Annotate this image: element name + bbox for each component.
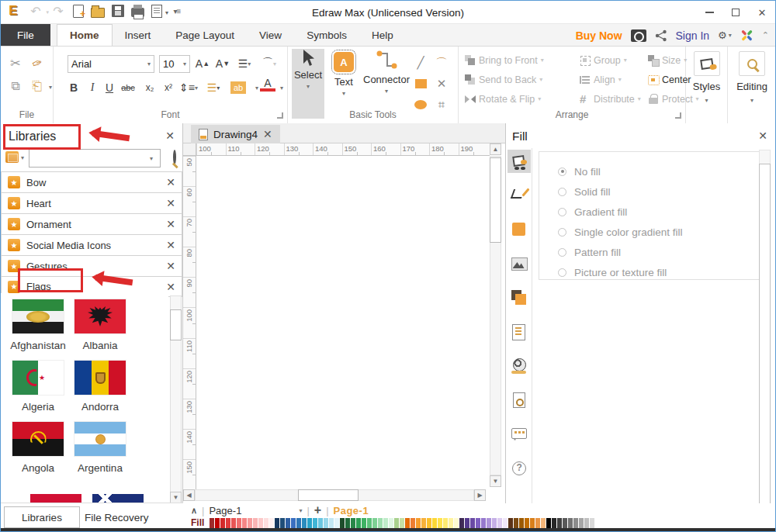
bullet-list-icon[interactable]: ☰▾ (206, 79, 221, 96)
rectangle-tool-icon[interactable] (411, 74, 431, 94)
library-item-heart[interactable]: ★Heart✕ (1, 192, 182, 213)
flag-item-argentina[interactable]: Argentina (69, 422, 131, 474)
copy-icon[interactable]: ⧉ (7, 78, 24, 95)
maximize-button[interactable] (722, 1, 749, 24)
share-icon[interactable] (655, 29, 667, 42)
canvas-scroll-up-icon[interactable]: ▲ (490, 143, 501, 155)
radio-icon[interactable] (558, 208, 566, 216)
fill-option-pattern-fill[interactable]: Pattern fill (558, 242, 760, 262)
new-document-icon[interactable] (73, 5, 84, 18)
font-color-dropdown-icon[interactable]: ▾ (274, 79, 289, 96)
arrange-group-button[interactable]: Group▾ (580, 55, 648, 66)
font-family-select[interactable]: Arial▾ (68, 55, 154, 73)
flag-item-afghanistan[interactable]: Afghanistan (7, 299, 69, 351)
flag-item-algeria[interactable]: Algeria (7, 361, 69, 413)
fill-option-gradient-fill[interactable]: Gradient fill (558, 202, 760, 222)
color-swatch[interactable] (421, 518, 426, 528)
library-close-icon[interactable]: ✕ (166, 219, 175, 230)
color-swatch[interactable] (394, 518, 399, 528)
color-swatch[interactable] (481, 518, 486, 528)
color-swatch[interactable] (215, 518, 220, 528)
radio-icon[interactable] (558, 188, 566, 196)
document-tab[interactable]: Drawing4 ✕ (191, 125, 280, 143)
color-swatch[interactable] (459, 518, 464, 528)
color-swatch[interactable] (432, 518, 437, 528)
library-item-bow[interactable]: ★Bow✕ (1, 171, 182, 192)
cut-icon[interactable]: ✂ (7, 54, 24, 71)
library-close-icon[interactable]: ✕ (166, 177, 175, 188)
hyperlink-icon-slot[interactable] (508, 354, 531, 378)
flag-thumbnail-andorra[interactable] (74, 361, 126, 395)
color-swatch[interactable] (210, 518, 214, 528)
color-swatch[interactable] (525, 518, 529, 528)
fill-scrollbar-thumb[interactable] (759, 164, 771, 505)
tab-help[interactable]: Help (359, 24, 406, 46)
paste-icon[interactable]: ⎗▾ (29, 78, 46, 95)
color-swatch[interactable] (367, 518, 372, 528)
color-swatch[interactable] (242, 518, 247, 528)
line-tool-icon[interactable]: ╱ (411, 53, 431, 73)
underline-button[interactable]: U (102, 79, 117, 96)
undo-icon[interactable]: ↶ (28, 3, 43, 19)
tab-home[interactable]: Home (57, 24, 113, 46)
color-swatch[interactable] (318, 518, 323, 528)
canvas-scroll-right-icon[interactable]: ▶ (474, 489, 486, 501)
library-search-input[interactable] (29, 149, 161, 168)
active-page-tab[interactable]: Page-1 (334, 505, 369, 516)
radio-icon[interactable] (558, 228, 566, 237)
arc-tool-icon[interactable]: ⌒ (431, 53, 452, 73)
fill-option-single-color-gradient-fill[interactable]: Single color gradient fill (558, 222, 760, 242)
color-swatch[interactable] (492, 518, 497, 528)
strikethrough-button[interactable]: abc (120, 79, 136, 96)
partial-flag-australia[interactable] (92, 494, 144, 503)
arrange-bring-to-front-button[interactable]: Bring to Front▾ (465, 55, 580, 66)
canvas-hscrollbar-thumb[interactable] (298, 489, 359, 501)
color-swatch[interactable] (497, 518, 502, 528)
color-swatch[interactable] (340, 518, 345, 528)
fill-option-no-fill[interactable]: No fill (558, 161, 760, 181)
italic-button[interactable]: I (85, 79, 100, 96)
color-swatch[interactable] (508, 518, 513, 528)
format-painter-icon[interactable]: ✑ (26, 52, 48, 74)
collapse-ribbon-icon[interactable]: ⌃ (762, 30, 769, 40)
add-page-button[interactable]: + (314, 503, 321, 517)
color-swatch[interactable] (465, 518, 469, 528)
flag-thumbnail-angola[interactable] (12, 422, 64, 456)
picture-icon-slot[interactable] (508, 252, 531, 275)
color-swatch[interactable] (275, 518, 279, 528)
select-tool-button[interactable]: Select▾ (292, 49, 324, 119)
search-icon[interactable] (173, 151, 176, 163)
color-swatch[interactable] (535, 518, 540, 528)
color-swatch[interactable] (573, 518, 578, 528)
color-swatch[interactable] (296, 518, 301, 528)
library-close-icon[interactable]: ✕ (166, 198, 175, 209)
color-swatch[interactable] (487, 518, 491, 528)
library-item-ornament[interactable]: ★Ornament✕ (1, 213, 182, 234)
color-swatch[interactable] (389, 518, 393, 528)
libraries-close-icon[interactable]: ✕ (165, 130, 175, 141)
flag-item-andorra[interactable]: Andorra (69, 361, 131, 413)
open-folder-icon[interactable] (91, 8, 105, 18)
font-size-select[interactable]: 10▾ (159, 55, 190, 73)
sign-in-link[interactable]: Sign In (676, 29, 710, 42)
comment-icon-slot[interactable] (508, 423, 531, 446)
library-item-gestures[interactable]: ★Gestures✕ (1, 255, 182, 276)
attachment-icon-slot[interactable] (508, 389, 531, 412)
page-selector[interactable]: Page-1▾ (209, 505, 302, 516)
tab-file[interactable]: File (1, 24, 50, 46)
color-swatch[interactable] (427, 518, 431, 528)
collapse-pages-icon[interactable]: ∧ (191, 506, 197, 516)
color-swatch[interactable] (584, 518, 589, 528)
color-swatch[interactable] (476, 518, 480, 528)
note-icon-slot[interactable] (508, 320, 531, 344)
edraw-logo-icon[interactable]: E (5, 3, 21, 19)
flags-scrollbar-thumb[interactable] (170, 309, 182, 340)
arrange-dialog-launcher-icon[interactable] (675, 112, 681, 119)
color-swatch[interactable] (248, 518, 252, 528)
color-swatch[interactable] (362, 518, 366, 528)
layers-icon-slot[interactable] (508, 286, 531, 309)
flag-thumbnail-argentina[interactable] (74, 422, 126, 456)
color-swatch[interactable] (258, 518, 263, 528)
canvas-vscrollbar-thumb[interactable] (490, 157, 501, 243)
fill-panel-close-icon[interactable]: ✕ (758, 130, 767, 141)
